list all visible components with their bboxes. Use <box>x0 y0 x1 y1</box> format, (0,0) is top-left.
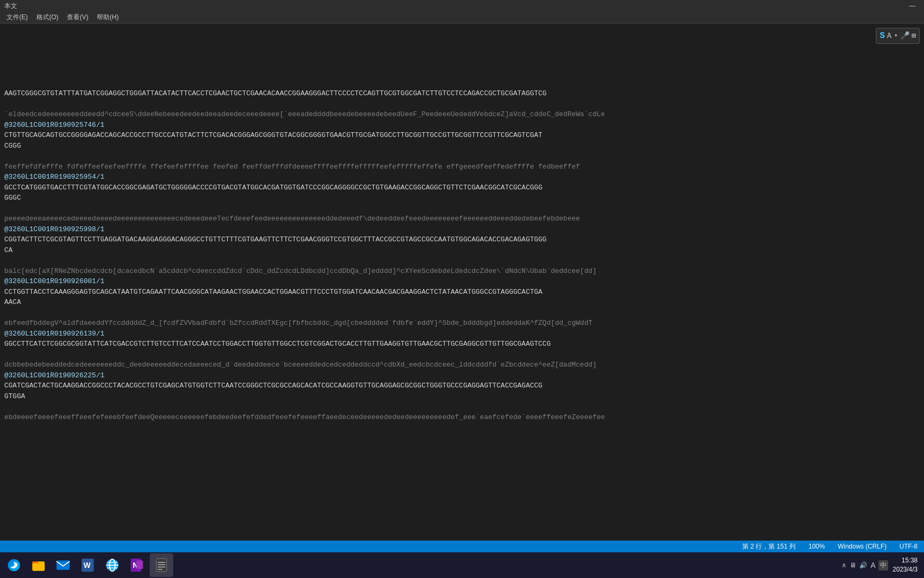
volume-icon[interactable]: 🔊 <box>859 561 867 569</box>
translate-icon[interactable]: S <box>880 29 885 42</box>
title-bar-left: 本文 <box>4 2 17 11</box>
minimize-button[interactable]: — <box>905 2 920 10</box>
editor-lines: AAGTCGGGCGTGTATTTATGATCGGAGGCTGGGATTACAT… <box>4 67 920 422</box>
editor-line: GCCTCATGGGTGACCTTTCGTATGGCACCGGCGAGATGCT… <box>4 182 920 193</box>
editor-line: CGATCGACTACTGCAAGGACCGGCCCTACACGCCTGTCGA… <box>4 381 920 391</box>
font-icon[interactable]: A <box>887 31 891 42</box>
editor-line: ebdeeeefeeeefeeeffeeefefeeebfeefdeeQeeee… <box>4 412 920 423</box>
svg-rect-15 <box>156 559 166 572</box>
editor-line: peeeedeeeaeeeecedeeeedeeeedeeeeeeeeeeeee… <box>4 214 920 224</box>
editor-line: dcbbebedebeeddedcedeeeeeeeddc_deedeeeeed… <box>4 360 920 370</box>
editor-line <box>4 151 920 162</box>
taskbar-mail[interactable] <box>51 553 75 577</box>
mic-icon[interactable]: 🎤 <box>900 31 910 42</box>
svg-point-0 <box>8 559 20 572</box>
editor-line: `eldeedcedeeeeeeeeddeedd^cdceeS\ddeeNebe… <box>4 109 920 120</box>
editor-line: ebfeedfbddegV^aldfdaeeddYfccdddddZ_d_[fc… <box>4 318 920 329</box>
editor-line: CTGTTGCAGCAGTGCCGGGGAGACCAGCACCGCCTTGCCC… <box>4 130 920 141</box>
svg-rect-3 <box>33 564 45 571</box>
taskbar-ie[interactable] <box>101 553 124 577</box>
font-a-icon[interactable]: A <box>871 561 875 569</box>
editor-line: feeffefdfefffe fdfeffeefeefeeffffe ffefe… <box>4 162 920 172</box>
taskbar-explorer[interactable] <box>27 553 50 577</box>
title-bar-controls: — <box>905 2 920 10</box>
svg-text:W: W <box>83 561 91 569</box>
editor-line: @3260L1C001R0190926139/1 <box>4 329 920 339</box>
taskbar-icons: W N <box>2 553 173 577</box>
editor-line: GGGC <box>4 193 920 203</box>
editor-line: @3260L1C001R0190926225/1 <box>4 370 920 381</box>
editor-line <box>4 349 920 360</box>
menu-item-view[interactable]: 查看(V) <box>63 13 93 22</box>
zoom-level: 100% <box>808 543 825 550</box>
dot-icon: • <box>894 31 898 42</box>
taskbar-onenote[interactable]: N <box>125 553 149 577</box>
editor-line: GGCCTTCATCTCGGCGCGGTATTCATCGACCGTCTTGTCC… <box>4 339 920 349</box>
editor-line: balc[edc[aX[RNeZNbcdedcdcb[dcacedbcN`aSc… <box>4 266 920 277</box>
chevron-up-icon[interactable]: ∧ <box>842 561 846 569</box>
editor-line: @3260L1C001R0190925746/1 <box>4 120 920 131</box>
svg-rect-14 <box>136 560 143 569</box>
menu-item-help[interactable]: 帮助(H) <box>93 13 123 22</box>
taskbar-word[interactable]: W <box>76 553 99 577</box>
editor-line: AACA <box>4 297 920 308</box>
editor-line: GTGGA <box>4 391 920 402</box>
taskbar-edge[interactable] <box>2 553 26 577</box>
title-bar: 本文 — <box>0 0 924 12</box>
editor-line <box>4 99 920 110</box>
taskbar-right: ∧ 🖥 🔊 A 中 15:38 2023/4/3 <box>842 556 922 574</box>
editor-line <box>4 401 920 412</box>
editor-line <box>4 255 920 266</box>
toolbar-right: S A • 🎤 ⊞ <box>876 28 920 44</box>
menu-item-format[interactable]: 格式(O) <box>32 13 63 22</box>
editor-line <box>4 203 920 214</box>
status-bar: 第 2 行，第 151 列 100% Windows (CRLF) UTF-8 <box>0 541 924 552</box>
editor-line: CCTGGTTACCTCAAAGGGAGTGCAGCATAATGTCAGAATT… <box>4 287 920 298</box>
editor-line: AAGTCGGGCGTGTATTTATGATCGGAGGCTGGGATTACAT… <box>4 88 920 99</box>
menu-bar: 文件(E) 格式(O) 查看(V) 帮助(H) <box>0 12 924 24</box>
svg-rect-2 <box>33 561 38 564</box>
svg-rect-4 <box>57 560 70 570</box>
editor-area[interactable]: S A • 🎤 ⊞ AAGTCGGGCGTGTATTTATGATCGGAGGCT… <box>0 24 924 541</box>
taskbar-notepad[interactable] <box>150 553 173 577</box>
datetime-display[interactable]: 15:38 2023/4/3 <box>892 556 918 574</box>
ime-icon[interactable]: 中 <box>879 560 888 571</box>
editor-line: CGGG <box>4 141 920 151</box>
editor-line: CA <box>4 245 920 256</box>
editor-line <box>4 308 920 318</box>
time-display: 15:38 <box>892 556 918 565</box>
editor-line: @3260L1C001R0190925954/1 <box>4 172 920 182</box>
menu-item-file[interactable]: 文件(E) <box>2 13 32 22</box>
network-icon[interactable]: 🖥 <box>850 561 856 569</box>
editor-line: @3260L1C001R0190925998/1 <box>4 224 920 235</box>
expand-icon[interactable]: ⊞ <box>912 31 916 42</box>
cursor-position: 第 2 行，第 151 列 <box>742 542 796 551</box>
system-tray-icons: ∧ 🖥 🔊 A 中 <box>842 560 888 571</box>
editor-line: CGGTACTTCTCGCGTAGTTCCTTGAGGATGACAAGGAGGG… <box>4 234 920 245</box>
taskbar: W N <box>0 552 924 578</box>
date-display: 2023/4/3 <box>892 565 918 574</box>
line-ending: Windows (CRLF) <box>838 543 887 550</box>
editor-line: @3260L1C001R0190926001/1 <box>4 276 920 287</box>
app-title: 本文 <box>4 2 17 11</box>
encoding: UTF-8 <box>899 543 918 550</box>
